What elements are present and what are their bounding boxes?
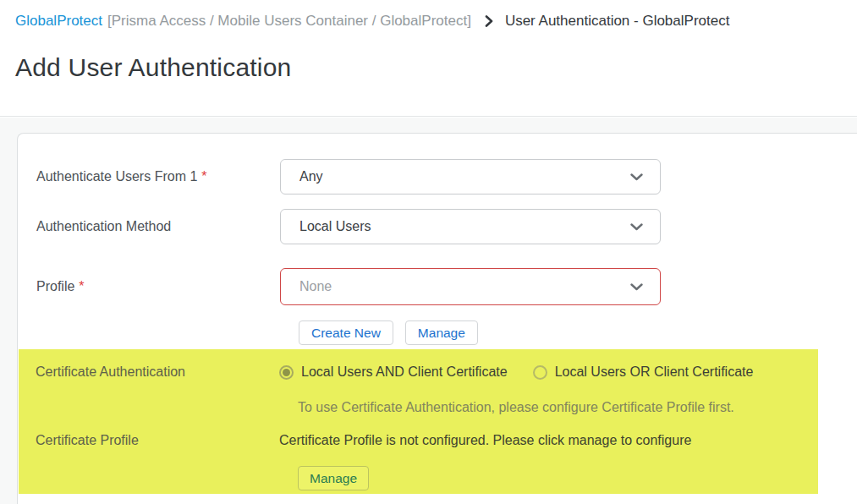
breadcrumb-globalprotect-link[interactable]: GlobalProtect xyxy=(15,11,102,31)
manage-profile-button[interactable]: Manage xyxy=(405,320,478,345)
certificate-highlight-section: Certificate Authentication Local Users A… xyxy=(19,349,818,494)
page-header: GlobalProtect [Prisma Access / Mobile Us… xyxy=(0,0,857,117)
required-asterisk: * xyxy=(79,279,84,293)
chevron-down-icon xyxy=(630,173,643,181)
radio-or-label: Local Users OR Client Certificate xyxy=(555,364,754,381)
certificate-authentication-label: Certificate Authentication xyxy=(36,364,279,381)
profile-value: None xyxy=(299,279,332,294)
chevron-down-icon xyxy=(630,283,643,291)
authenticate-users-from-select[interactable]: Any xyxy=(280,159,661,194)
profile-actions-row: Create New Manage xyxy=(18,320,857,345)
authentication-method-select[interactable]: Local Users xyxy=(280,209,661,244)
certificate-authentication-radio-group: Local Users AND Client Certificate Local… xyxy=(279,364,753,381)
form-panel: Authenticate Users From 1* Any Authentic… xyxy=(17,133,857,504)
radio-unselected-icon xyxy=(533,365,547,380)
authentication-method-value: Local Users xyxy=(299,219,371,234)
profile-select[interactable]: None xyxy=(280,268,661,305)
breadcrumb-context: [Prisma Access / Mobile Users Container … xyxy=(107,11,471,31)
required-asterisk: * xyxy=(201,169,206,184)
certificate-profile-label: Certificate Profile xyxy=(36,432,279,449)
profile-row: Profile* None xyxy=(18,268,857,305)
manage-certificate-profile-button[interactable]: Manage xyxy=(298,466,369,490)
radio-local-users-and-client-certificate[interactable]: Local Users AND Client Certificate xyxy=(279,364,508,381)
authenticate-users-from-label: Authenticate Users From 1* xyxy=(36,169,280,184)
radio-and-label: Local Users AND Client Certificate xyxy=(301,364,508,381)
content-area: Authenticate Users From 1* Any Authentic… xyxy=(0,118,857,504)
breadcrumb-current: User Authentication - GlobalProtect xyxy=(505,11,730,31)
certificate-auth-helper-text: To use Certificate Authentication, pleas… xyxy=(36,399,818,416)
certificate-profile-row: Certificate Profile Certificate Profile … xyxy=(36,432,818,449)
radio-local-users-or-client-certificate[interactable]: Local Users OR Client Certificate xyxy=(533,364,754,381)
profile-label: Profile* xyxy=(36,279,280,294)
chevron-right-icon xyxy=(485,15,493,27)
authentication-method-label: Authentication Method xyxy=(36,219,280,234)
certificate-profile-message: Certificate Profile is not configured. P… xyxy=(279,432,691,449)
authenticate-users-from-value: Any xyxy=(299,169,323,184)
create-new-button[interactable]: Create New xyxy=(299,320,393,345)
page-title: Add User Authentication xyxy=(15,53,857,82)
authenticate-users-from-row: Authenticate Users From 1* Any xyxy=(18,159,857,194)
certificate-authentication-row: Certificate Authentication Local Users A… xyxy=(36,364,818,381)
radio-selected-icon xyxy=(279,365,294,380)
authentication-method-row: Authentication Method Local Users xyxy=(18,209,857,244)
chevron-down-icon xyxy=(630,223,643,231)
certificate-profile-actions-row: Manage xyxy=(36,466,818,490)
breadcrumb: GlobalProtect [Prisma Access / Mobile Us… xyxy=(0,0,857,31)
